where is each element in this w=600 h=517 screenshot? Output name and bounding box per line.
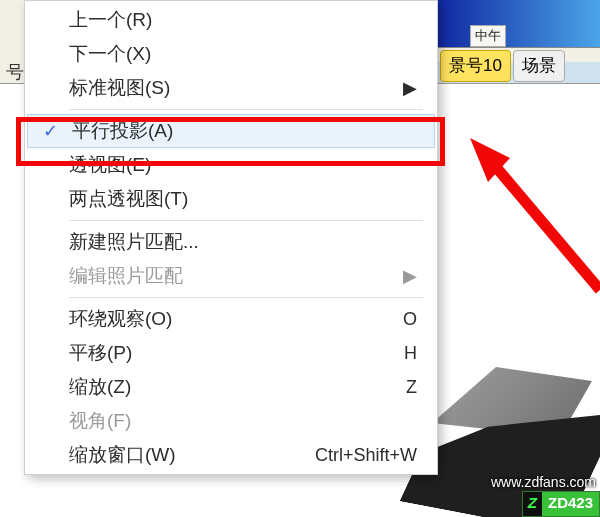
menu-item-next[interactable]: 下一个(X) xyxy=(25,37,437,71)
menu-label: 视角(F) xyxy=(69,408,423,434)
menu-label: 上一个(R) xyxy=(69,7,423,33)
time-indicator: 中午 xyxy=(470,25,506,47)
menu-item-pan[interactable]: 平移(P) H xyxy=(25,336,437,370)
menu-label: 新建照片匹配... xyxy=(69,229,423,255)
menu-separator xyxy=(69,220,423,221)
watermark-badge: Z ZD423 xyxy=(522,491,600,517)
menu-item-new-photo-match[interactable]: 新建照片匹配... xyxy=(25,225,437,259)
scene-tabs: 景号10 场景 xyxy=(440,48,565,83)
menu-item-standard-views[interactable]: 标准视图(S) ▶ xyxy=(25,71,437,105)
check-icon: ✓ xyxy=(28,120,72,142)
menu-item-edit-photo-match: 编辑照片匹配 ▶ xyxy=(25,259,437,293)
scene-tab-next[interactable]: 场景 xyxy=(513,50,565,82)
watermark-z: Z xyxy=(523,492,542,516)
submenu-arrow-icon: ▶ xyxy=(403,77,423,99)
menu-label: 编辑照片匹配 xyxy=(69,263,403,289)
menu-item-parallel-projection[interactable]: ✓ 平行投影(A) xyxy=(27,114,435,148)
menu-item-field-of-view: 视角(F) xyxy=(25,404,437,438)
camera-view-context-menu: 上一个(R) 下一个(X) 标准视图(S) ▶ ✓ 平行投影(A) 透视图(E)… xyxy=(24,0,438,475)
menu-item-zoom[interactable]: 缩放(Z) Z xyxy=(25,370,437,404)
menu-label: 标准视图(S) xyxy=(69,75,403,101)
menu-label: 下一个(X) xyxy=(69,41,423,67)
menu-label: 平行投影(A) xyxy=(72,118,420,144)
menu-item-previous[interactable]: 上一个(R) xyxy=(25,3,437,37)
left-label: 号 xyxy=(6,60,24,84)
menu-separator xyxy=(69,297,423,298)
menu-label: 缩放窗口(W) xyxy=(69,442,315,468)
watermark-text: ZD423 xyxy=(542,492,599,516)
scene-tab-active[interactable]: 景号10 xyxy=(440,50,511,82)
menu-label: 两点透视图(T) xyxy=(69,186,423,212)
title-bar-gradient xyxy=(420,0,600,48)
menu-item-orbit[interactable]: 环绕观察(O) O xyxy=(25,302,437,336)
menu-item-zoom-window[interactable]: 缩放窗口(W) Ctrl+Shift+W xyxy=(25,438,437,472)
menu-label: 缩放(Z) xyxy=(69,374,406,400)
menu-shortcut: Ctrl+Shift+W xyxy=(315,445,423,466)
menu-separator xyxy=(69,109,423,110)
menu-shortcut: O xyxy=(403,309,423,330)
menu-shortcut: H xyxy=(404,343,423,364)
menu-label: 平移(P) xyxy=(69,340,404,366)
menu-item-perspective[interactable]: 透视图(E) xyxy=(25,148,437,182)
submenu-arrow-icon: ▶ xyxy=(403,265,423,287)
menu-label: 环绕观察(O) xyxy=(69,306,403,332)
watermark-url: www.zdfans.com xyxy=(491,474,596,490)
menu-shortcut: Z xyxy=(406,377,423,398)
menu-label: 透视图(E) xyxy=(69,152,423,178)
menu-item-two-point-perspective[interactable]: 两点透视图(T) xyxy=(25,182,437,216)
